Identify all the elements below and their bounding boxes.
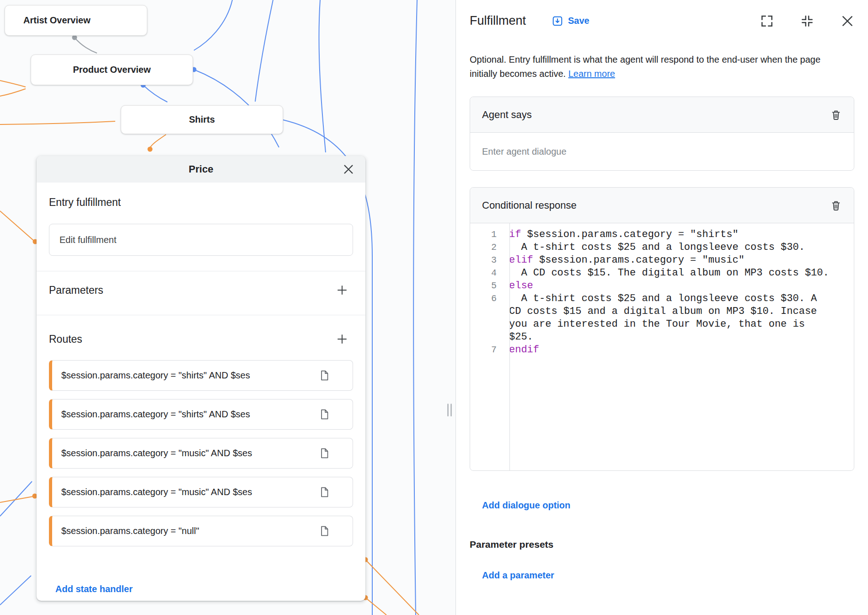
code-line: 5 else [470, 280, 854, 292]
code-line: 6 A t-shirt costs $25 and a longsleeve c… [470, 292, 854, 344]
code-line: 1 if $session.params.category = "shirts" [470, 228, 854, 241]
node-product-overview[interactable]: Product Overview [31, 54, 193, 85]
route-item[interactable]: $session.params.category = "shirts" AND … [49, 399, 353, 430]
document-icon[interactable] [318, 409, 330, 420]
edit-fulfillment-label: Edit fulfillment [59, 235, 117, 245]
agent-says-card: Agent says [470, 97, 854, 171]
parameters-row: Parameters [49, 284, 353, 297]
document-icon[interactable] [318, 525, 330, 537]
edge-orange [365, 560, 419, 615]
code-line: 2 A t-shirt costs $25 and a longsleeve c… [470, 241, 854, 254]
plus-icon[interactable] [336, 333, 348, 345]
agent-says-header: Agent says [470, 97, 854, 133]
line-number: 6 [470, 292, 503, 305]
parameters-label: Parameters [49, 284, 103, 297]
edge-gray [75, 38, 97, 53]
edge-blue [0, 481, 32, 516]
node-label: Product Overview [73, 65, 150, 75]
node-price-expanded-card: Price Entry fulfillment Edit fulfillment… [37, 156, 365, 601]
code-text: A t-shirt costs $25 and a longsleeve cos… [509, 241, 854, 254]
node-artist-overview[interactable]: Artist Overview [5, 5, 147, 36]
price-card-header: Price [37, 156, 365, 183]
divider [37, 271, 365, 271]
panel-description: Optional. Entry fulfillment is what the … [470, 53, 832, 81]
edge-orange [0, 89, 26, 96]
port-dot [72, 35, 77, 40]
conditional-response-card: Conditional response 1 if $session.param… [470, 187, 854, 471]
code-text: A t-shirt costs $25 and a longsleeve cos… [509, 292, 854, 344]
code-line: 3 elif $session.params.category = "music… [470, 254, 854, 267]
line-number: 3 [470, 254, 503, 267]
route-condition: $session.params.category = "music" AND $… [61, 448, 313, 459]
code-text: else [509, 280, 854, 292]
node-label: Shirts [189, 114, 215, 125]
entry-fulfillment-label: Entry fulfillment [49, 196, 353, 209]
fullscreen-exit-icon[interactable] [800, 14, 814, 28]
divider [37, 315, 365, 315]
line-number: 5 [470, 280, 503, 292]
edge-blue [194, 0, 232, 50]
edge-blue [413, 0, 417, 615]
node-shirts[interactable]: Shirts [121, 105, 283, 134]
description-text: Optional. Entry fulfillment is what the … [470, 54, 820, 79]
trash-icon[interactable] [830, 199, 842, 212]
route-item[interactable]: $session.params.category = "null" [49, 516, 353, 546]
edge-orange [0, 496, 33, 502]
route-condition: $session.params.category = "music" AND $… [61, 487, 313, 497]
route-condition: $session.params.category = "shirts" AND … [61, 409, 313, 420]
code-text: A CD costs $15. The digital album on MP3… [509, 267, 854, 280]
add-state-handler-link[interactable]: Add state handler [55, 584, 133, 594]
save-button[interactable]: Save [552, 15, 589, 27]
code-line: 7 endif [470, 344, 854, 356]
add-a-parameter-link[interactable]: Add a parameter [482, 570, 554, 581]
panel-title: Fulfillment [470, 14, 526, 28]
route-item[interactable]: $session.params.category = "shirts" AND … [49, 360, 353, 391]
add-dialogue-option-link[interactable]: Add dialogue option [482, 500, 570, 511]
code-text: if $session.params.category = "shirts" [509, 228, 854, 241]
line-number: 4 [470, 267, 503, 280]
agent-dialogue-input[interactable] [470, 133, 854, 170]
fulfillment-panel: Fulfillment Save Optional. Entry fulfill… [455, 0, 868, 615]
route-item[interactable]: $session.params.category = "music" AND $… [49, 477, 353, 507]
port-dot [148, 147, 153, 152]
edge-orange [150, 135, 166, 148]
code-line: 4 A CD costs $15. The digital album on M… [470, 267, 854, 280]
learn-more-link[interactable]: Learn more [568, 69, 615, 79]
edge-blue [143, 85, 167, 102]
flow-canvas[interactable]: Artist Overview Product Overview Shirts … [0, 0, 455, 615]
close-icon[interactable] [343, 163, 354, 175]
document-icon[interactable] [318, 486, 330, 498]
close-icon[interactable] [841, 14, 854, 28]
routes-row: Routes [49, 333, 353, 345]
edge-orange [365, 598, 386, 615]
price-card-body: Entry fulfillment Edit fulfillment Param… [37, 196, 365, 594]
line-number: 2 [470, 241, 503, 254]
plus-icon[interactable] [336, 284, 348, 297]
code-text: endif [509, 344, 854, 356]
edit-fulfillment-button[interactable]: Edit fulfillment [49, 224, 353, 256]
panel-resize-handle[interactable] [447, 404, 452, 416]
edge-orange [0, 121, 115, 124]
edge-blue [255, 0, 273, 102]
edge-orange [0, 81, 26, 87]
save-label: Save [568, 16, 589, 26]
line-number: 7 [470, 344, 503, 356]
code-text: elif $session.params.category = "music" [509, 254, 854, 267]
line-number: 1 [470, 228, 503, 241]
fullscreen-icon[interactable] [760, 14, 774, 28]
panel-header: Fulfillment Save [470, 0, 854, 28]
parameter-presets-heading: Parameter presets [470, 539, 854, 550]
condition-code-editor[interactable]: 1 if $session.params.category = "shirts"… [470, 223, 854, 470]
node-label: Artist Overview [23, 15, 91, 26]
document-icon[interactable] [318, 448, 330, 459]
route-item[interactable]: $session.params.category = "music" AND $… [49, 438, 353, 469]
edge-blue [0, 576, 31, 605]
document-icon[interactable] [318, 370, 330, 381]
price-card-title: Price [189, 163, 214, 175]
agent-says-title: Agent says [482, 109, 532, 121]
conditional-response-title: Conditional response [482, 200, 577, 211]
route-condition: $session.params.category = "null" [61, 526, 313, 536]
trash-icon[interactable] [830, 108, 842, 121]
route-list: $session.params.category = "shirts" AND … [49, 360, 353, 546]
routes-label: Routes [49, 333, 82, 345]
